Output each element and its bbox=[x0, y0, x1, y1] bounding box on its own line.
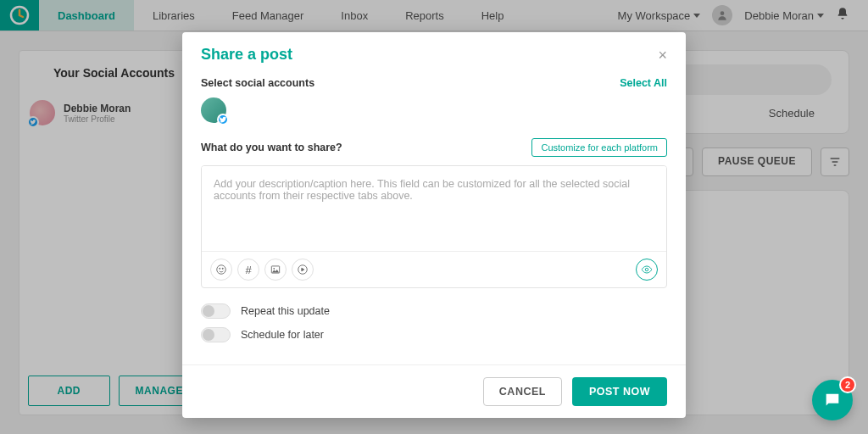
repeat-toggle[interactable] bbox=[201, 303, 231, 319]
hashtag-icon[interactable]: # bbox=[237, 259, 259, 281]
cancel-button[interactable]: CANCEL bbox=[483, 377, 562, 406]
select-all-link[interactable]: Select All bbox=[620, 77, 667, 89]
image-icon[interactable] bbox=[264, 259, 287, 281]
svg-point-9 bbox=[645, 268, 648, 271]
composer-box: # bbox=[201, 165, 667, 288]
emoji-icon[interactable] bbox=[210, 259, 232, 281]
modal-title: Share a post bbox=[201, 46, 292, 64]
svg-point-7 bbox=[273, 268, 275, 270]
caption-textarea[interactable] bbox=[202, 166, 666, 248]
schedule-toggle[interactable] bbox=[201, 327, 231, 342]
video-icon[interactable] bbox=[292, 259, 314, 281]
svg-point-3 bbox=[217, 265, 226, 275]
chat-widget[interactable]: 2 bbox=[812, 380, 853, 420]
preview-icon[interactable] bbox=[636, 259, 658, 281]
svg-point-4 bbox=[220, 268, 220, 269]
select-accounts-label: Select social accounts bbox=[201, 77, 314, 89]
share-what-label: What do you want to share? bbox=[201, 142, 342, 153]
share-post-modal: Share a post × Select social accounts Se… bbox=[182, 32, 686, 418]
schedule-toggle-label: Schedule for later bbox=[241, 329, 324, 341]
close-icon[interactable]: × bbox=[658, 47, 667, 63]
customize-platform-button[interactable]: Customize for each platform bbox=[531, 138, 667, 157]
post-now-button[interactable]: POST NOW bbox=[572, 377, 667, 406]
twitter-badge-icon bbox=[217, 114, 229, 125]
chat-badge: 2 bbox=[839, 376, 856, 393]
repeat-toggle-label: Repeat this update bbox=[241, 305, 330, 317]
svg-point-5 bbox=[222, 268, 223, 269]
account-chip[interactable] bbox=[201, 97, 226, 123]
